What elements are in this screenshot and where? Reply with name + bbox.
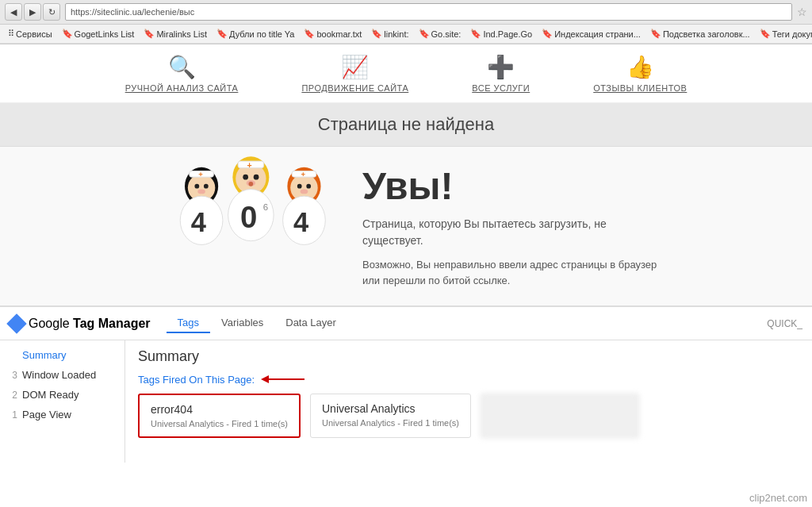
- sidebar-label-page: Page View: [22, 409, 71, 421]
- bookmark-linkint[interactable]: 🔖 linkint:: [368, 28, 412, 40]
- site-navigation: 🔍 РУЧНОЙ АНАЛИЗ САЙТА 📈 ПРОДВИЖЕНИЕ САЙТ…: [0, 44, 812, 103]
- tags-fired-label: Tags Fired On This Page:: [138, 371, 799, 387]
- bookmark-bookmar[interactable]: 🔖 bookmar.txt: [301, 28, 365, 40]
- nav-manual-label: РУЧНОЙ АНАЛИЗ САЙТА: [125, 83, 239, 93]
- nav-promotion[interactable]: 📈 ПРОДВИЖЕНИЕ САЙТА: [301, 54, 408, 93]
- red-arrow-icon: [261, 371, 308, 387]
- gtm-quick-label: QUICK_: [767, 318, 802, 329]
- svg-text:4: 4: [191, 207, 206, 237]
- svg-point-12: [254, 175, 259, 180]
- refresh-button[interactable]: ↻: [43, 3, 60, 21]
- bookmark-podsveta[interactable]: 🔖 Подсветка заголовк...: [647, 28, 753, 40]
- gtm-diamond-icon: [6, 313, 26, 333]
- tag-cards-container: error404 Universal Analytics - Fired 1 t…: [138, 394, 799, 438]
- gtm-logo-text: Google Tag Manager: [29, 317, 151, 331]
- tab-tags[interactable]: Tags: [167, 313, 210, 333]
- sidebar-label-summary: Summary: [22, 349, 67, 361]
- watermark: clip2net.com: [749, 492, 807, 504]
- bookmarks-bar: ⠿ Сервисы 🔖 GogetLinks List 🔖 Miralinks …: [0, 25, 812, 44]
- svg-point-14: [249, 182, 254, 186]
- svg-text:+: +: [198, 170, 203, 179]
- svg-point-22: [297, 184, 302, 189]
- error-heading: Увы!: [362, 164, 664, 208]
- gtm-panel: Google Tag Manager Tags Variables Data L…: [0, 305, 812, 463]
- error-section: + 4 +: [0, 147, 812, 305]
- gtm-google-label: Google: [29, 317, 70, 330]
- svg-text:+: +: [301, 170, 306, 179]
- svg-text:+: +: [247, 160, 252, 170]
- search-icon: 🔍: [168, 54, 196, 80]
- svg-point-11: [243, 175, 248, 180]
- tag-card-blurred-name: [492, 402, 627, 415]
- bookmark-tegi[interactable]: 🔖 Теги документа: [756, 28, 812, 40]
- svg-marker-30: [261, 375, 269, 383]
- bookmark-dubli[interactable]: 🔖 Дубли по title Ya: [213, 28, 297, 40]
- gtm-body: Summary 3 Window Loaded 2 DOM Ready 1 Pa…: [0, 340, 812, 463]
- sidebar-label-window: Window Loaded: [22, 369, 96, 381]
- nav-manual-analysis[interactable]: 🔍 РУЧНОЙ АНАЛИЗ САЙТА: [125, 54, 239, 93]
- nav-services-label: ВСЕ УСЛУГИ: [472, 83, 530, 93]
- svg-point-2: [194, 184, 199, 189]
- tags-fired-text: Tags Fired On This Page:: [138, 374, 255, 386]
- tag-card-ua[interactable]: Universal Analytics Universal Analytics …: [310, 394, 471, 438]
- page-not-found-title: Страница не найдена: [0, 103, 812, 147]
- bookmark-gosite[interactable]: 🔖 Go.site:: [416, 28, 465, 40]
- sidebar-num-dom: 2: [8, 390, 17, 401]
- tag-card-ua-sub: Universal Analytics - Fired 1 time(s): [322, 418, 459, 428]
- error-illustration: + 4 +: [148, 155, 331, 298]
- svg-point-23: [306, 184, 311, 189]
- bookmark-indpage[interactable]: 🔖 Ind.Page.Go: [467, 28, 535, 40]
- tag-card-ua-name: Universal Analytics: [322, 402, 459, 415]
- bookmark-mira[interactable]: 🔖 Miralinks List: [140, 28, 210, 40]
- back-button[interactable]: ◀: [5, 3, 22, 21]
- bookmark-index[interactable]: 🔖 Индексация страни...: [538, 28, 644, 40]
- gtm-content-title: Summary: [138, 348, 799, 365]
- nav-reviews-label: ОТЗЫВЫ КЛИЕНТОВ: [593, 83, 687, 93]
- tag-card-error404[interactable]: error404 Universal Analytics - Fired 1 t…: [138, 394, 301, 438]
- sidebar-item-window-loaded[interactable]: 3 Window Loaded: [0, 365, 124, 385]
- sidebar-num-window: 3: [8, 370, 17, 381]
- forward-button[interactable]: ▶: [24, 3, 41, 21]
- sidebar-label-dom: DOM Ready: [22, 389, 79, 401]
- address-bar[interactable]: https://siteclinic.ua/lechenie/выс: [65, 3, 792, 21]
- sidebar-item-page-view[interactable]: 1 Page View: [0, 405, 124, 424]
- plus-icon: ➕: [487, 54, 515, 80]
- sidebar-num-page: 1: [8, 409, 17, 421]
- nav-buttons: ◀ ▶ ↻: [5, 3, 60, 21]
- gtm-tagmanager-label: Tag Manager: [73, 317, 151, 330]
- chart-icon: 📈: [341, 54, 369, 80]
- svg-text:0: 0: [240, 200, 257, 234]
- site-content: 🔍 РУЧНОЙ АНАЛИЗ САЙТА 📈 ПРОДВИЖЕНИЕ САЙТ…: [0, 44, 812, 305]
- svg-text:6: 6: [263, 202, 268, 212]
- error-description-2: Возможно, Вы неправильно ввели адрес стр…: [362, 257, 664, 288]
- sidebar-item-dom-ready[interactable]: 2 DOM Ready: [0, 385, 124, 405]
- tag-card-blurred: [481, 394, 639, 438]
- error-text-block: Увы! Страница, которую Вы пытаетесь загр…: [362, 164, 664, 288]
- browser-chrome: ◀ ▶ ↻ https://siteclinic.ua/lechenie/выс…: [0, 0, 812, 44]
- nav-reviews[interactable]: 👍 ОТЗЫВЫ КЛИЕНТОВ: [593, 54, 687, 93]
- gtm-sidebar: Summary 3 Window Loaded 2 DOM Ready 1 Pa…: [0, 340, 125, 463]
- thumbsup-icon: 👍: [626, 54, 654, 80]
- tag-card-error404-name: error404: [151, 403, 288, 416]
- tag-card-blurred-sub: [492, 418, 627, 428]
- svg-point-4: [197, 190, 205, 194]
- bookmark-goget[interactable]: 🔖 GogetLinks List: [59, 28, 138, 40]
- sidebar-item-summary[interactable]: Summary: [0, 345, 124, 365]
- svg-point-3: [204, 184, 209, 189]
- tab-datalayer[interactable]: Data Layer: [274, 313, 347, 333]
- gtm-header: Google Tag Manager Tags Variables Data L…: [0, 307, 812, 340]
- gtm-logo: Google Tag Manager: [10, 317, 151, 331]
- browser-toolbar: ◀ ▶ ↻ https://siteclinic.ua/lechenie/выс…: [0, 0, 812, 25]
- tab-variables[interactable]: Variables: [210, 313, 274, 333]
- bookmark-star[interactable]: ☆: [797, 6, 807, 18]
- svg-text:4: 4: [293, 207, 308, 237]
- svg-point-24: [301, 190, 308, 194]
- nav-promotion-label: ПРОДВИЖЕНИЕ САЙТА: [301, 83, 408, 93]
- gtm-tabs: Tags Variables Data Layer: [167, 313, 347, 333]
- error-description-1: Страница, которую Вы пытаетесь загрузить…: [362, 216, 664, 249]
- tag-card-error404-sub: Universal Analytics - Fired 1 time(s): [151, 419, 288, 428]
- gtm-content: Summary Tags Fired On This Page: error40…: [125, 340, 812, 463]
- url-text: https://siteclinic.ua/lechenie/выс: [71, 7, 194, 17]
- nav-services[interactable]: ➕ ВСЕ УСЛУГИ: [472, 54, 530, 93]
- bookmark-apps[interactable]: ⠿ Сервисы: [5, 28, 56, 40]
